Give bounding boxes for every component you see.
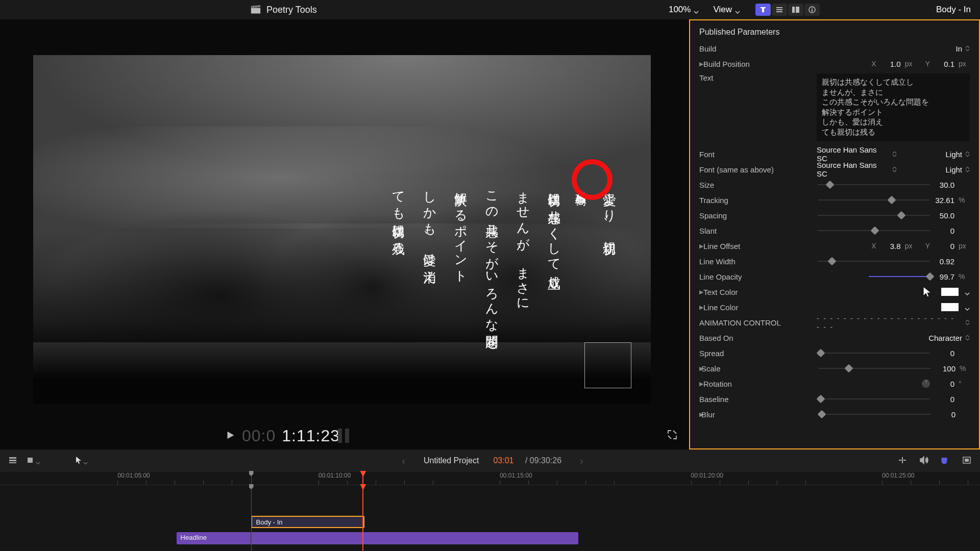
project-current-tc: 03:01 [493,456,513,465]
list-inspector-tab[interactable] [772,4,787,16]
line-offset-y[interactable]: 0 [934,242,954,251]
param-animation-control: ANIMATION CONTROL - - - - - - - - - - - … [693,315,976,330]
project-name[interactable]: Untitled Project [424,456,479,465]
text-content-box[interactable]: 親切は共感なくして成立し ませんが、まさに この共感こそがいろんな問題を 解決す… [817,73,970,141]
slant-slider[interactable] [818,227,930,234]
poem-column: ても親切は残る [390,183,407,343]
param-line-opacity: Line Opacity 99.7% [693,269,976,284]
timeline: ‹ Untitled Project 03:01 / 09:30:26 › 00… [0,449,980,551]
svg-rect-6 [9,460,16,461]
play-icon[interactable] [225,430,236,442]
prev-edit-icon[interactable]: ‹ [393,455,414,467]
solo-icon[interactable] [962,456,972,466]
index-icon[interactable] [8,456,17,466]
param-size: Size 30.0 [693,177,976,192]
transport-bar: 00:01:11:23 [0,422,689,449]
chevron-down-icon[interactable] [965,289,970,294]
poem-column: 親切は共感なくして成立し [546,183,563,343]
skimming-icon[interactable] [897,456,908,466]
project-duration: / 09:30:26 [523,456,561,465]
svg-rect-1 [796,7,799,13]
line-offset-x[interactable]: 3.8 [880,242,901,251]
based-on-dropdown[interactable]: Character [928,334,970,342]
pointer-tool-icon[interactable] [74,456,88,466]
poem-column: ませんが、まさに [515,183,532,343]
param-slant: Slant 0 [693,223,976,238]
app-title: Poetry Tools [266,5,317,15]
clip-headline[interactable]: Headline [177,532,578,544]
param-line-width: Line Width 0.92 [693,254,976,269]
svg-rect-10 [965,459,969,462]
audio-skim-icon[interactable] [919,456,929,466]
param-line-color: ▶ Line Color [693,299,976,315]
font2-family-dropdown[interactable]: Source Han Sans SC [817,161,897,178]
stepper-icon [965,45,970,52]
poem-column: しかも、愛は消え [422,183,438,343]
line-color-swatch[interactable] [941,303,959,311]
baseline-slider[interactable] [818,395,930,403]
font-weight-dropdown[interactable]: Light [945,150,970,159]
svg-rect-5 [9,457,16,459]
chevron-down-icon[interactable] [965,305,970,310]
info-inspector-tab[interactable] [804,4,820,16]
param-font1: Font Source Han Sans SC Light [693,146,976,162]
ruler[interactable]: 00:01:05:0000:01:10:0000:01:15:0000:01:2… [0,472,980,485]
param-build: Build In [693,41,976,56]
fullscreen-icon[interactable] [667,429,678,442]
rotation-dial[interactable] [922,380,930,388]
param-text-color: ▶ Text Color [693,284,976,299]
font2-weight-dropdown[interactable]: Light [945,165,970,174]
param-line-offset: ▶ Line Offset X3.8px Y0px [693,238,976,254]
inspector-tab-switch [754,4,820,16]
blur-slider[interactable] [819,411,931,418]
canvas[interactable]: 愛より、親切 村上春樹 親切は共感なくして成立しませんが、まさにこの共感こそがい… [33,55,651,404]
snapping-icon[interactable] [940,456,950,466]
timeline-toolbar: ‹ Untitled Project 03:01 / 09:30:26 › [0,449,980,472]
playhead[interactable] [362,485,363,551]
clip-appearance-icon[interactable] [27,456,40,466]
spacing-slider[interactable] [818,212,930,219]
clip-body-in[interactable]: Body - In [251,516,365,528]
viewer: 愛より、親切 村上春樹 親切は共感なくして成立しませんが、まさにこの共感こそがい… [0,19,689,449]
svg-rect-8 [28,458,33,463]
timecode[interactable]: 1:11:23 [282,427,340,445]
svg-rect-7 [9,462,16,463]
in-point-marker[interactable] [251,485,252,551]
tracking-slider[interactable] [818,196,930,204]
body-poem[interactable]: 親切は共感なくして成立しませんが、まさにこの共感こそがいろんな問題を解決するポイ… [390,183,563,343]
view-dropdown[interactable]: View [713,5,740,15]
emphasis-ring-icon [572,159,612,200]
inspector-panel: Published Parameters Build In ▶ Build Po… [689,19,980,449]
selection-bounds[interactable] [584,342,631,388]
anim-control-value[interactable]: - - - - - - - - - - - - - - - - - - - - … [817,314,961,331]
clapperboard-icon [250,5,261,14]
ruler-tick: 00:01:15:00 [500,472,532,479]
tracks[interactable]: Body - In Headline [0,485,980,551]
text-color-swatch[interactable] [941,288,959,296]
chevron-down-icon [694,7,699,12]
param-scale: ▶ Scale 100% [693,361,976,376]
poem-column: 解決するポイント [453,183,470,343]
build-pos-y[interactable]: 0.1 [934,60,954,68]
param-tracking: Tracking 32.61% [693,192,976,208]
layout-inspector-tab[interactable] [788,4,803,16]
build-dropdown[interactable]: In [955,44,970,53]
chevron-down-icon [735,7,740,12]
timecode-dim: 00:0 [242,427,276,445]
spread-slider[interactable] [818,349,930,357]
param-text: Text 親切は共感なくして成立し ませんが、まさに この共感こそがいろんな問題… [693,71,976,146]
param-font2: Font (same as above) Source Han Sans SC … [693,162,976,177]
param-baseline: Baseline 0 [693,391,976,407]
size-slider[interactable] [818,181,930,188]
font-family-dropdown[interactable]: Source Han Sans SC [817,145,897,163]
line-width-slider[interactable] [818,258,930,265]
scale-slider[interactable] [819,365,931,372]
next-edit-icon[interactable]: › [571,455,593,467]
poem-column: この共感こそがいろんな問題を [484,183,501,343]
svg-rect-0 [792,7,795,13]
zoom-dropdown[interactable]: 100% [669,5,699,15]
build-pos-x[interactable]: 1.0 [880,60,901,68]
line-opacity-slider[interactable] [869,273,930,280]
svg-point-4 [812,8,813,9]
text-inspector-tab[interactable] [755,4,771,16]
